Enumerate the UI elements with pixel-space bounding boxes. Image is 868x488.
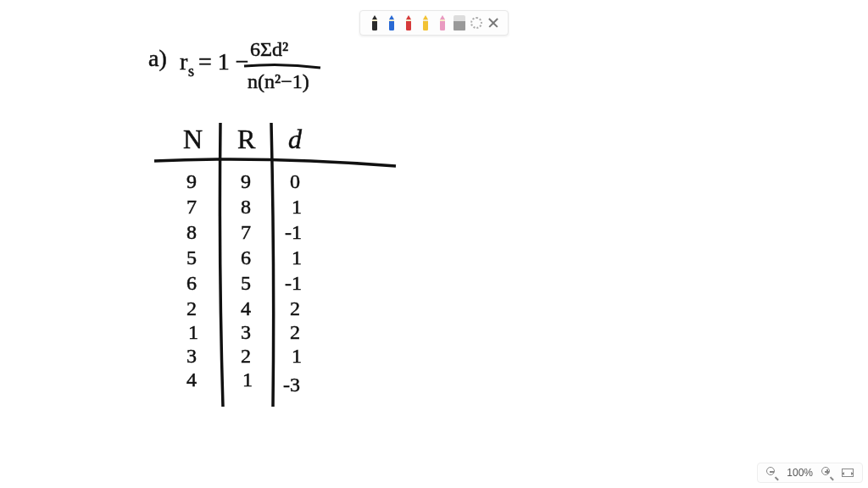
cell-N-8: 4 [186, 369, 197, 391]
formula-s-sub: s [188, 63, 194, 80]
cell-d-6: 2 [290, 321, 300, 343]
zoom-level: 100% [787, 467, 813, 479]
formula-r: r [180, 48, 188, 75]
table-horizontal-rule [154, 159, 396, 166]
handwriting-svg: a) r s = 1 − 6Σd² n(n²−1) N R d 9 9 0 7 … [0, 0, 868, 488]
cell-R-0: 9 [241, 170, 251, 192]
cell-d-0: 0 [290, 170, 300, 192]
cell-N-2: 8 [186, 221, 197, 243]
cell-R-4: 5 [241, 272, 251, 294]
table-vline-1 [220, 123, 223, 407]
formula-eq: = 1 − [198, 48, 249, 75]
zoom-out-button[interactable] [766, 467, 778, 479]
zoom-controls: 100% [757, 463, 863, 483]
cell-d-3: 1 [292, 247, 302, 269]
formula-numerator: 6Σd² [250, 38, 288, 60]
col-head-d: d [288, 124, 303, 154]
cell-R-2: 7 [241, 221, 251, 243]
cell-d-2: -1 [285, 221, 302, 243]
table-body: 9 9 0 7 8 1 8 7 -1 5 6 1 6 5 -1 2 4 2 1 … [186, 170, 302, 396]
cell-d-1: 1 [292, 196, 302, 218]
fraction-bar [244, 64, 320, 68]
cell-N-5: 2 [186, 297, 197, 319]
cell-N-6: 1 [188, 321, 198, 343]
cell-R-3: 6 [241, 247, 251, 269]
cell-d-7: 1 [292, 345, 302, 367]
table-vline-2 [271, 123, 274, 407]
cell-N-1: 7 [186, 196, 197, 218]
cell-N-7: 3 [186, 345, 197, 367]
cell-R-6: 3 [241, 321, 251, 343]
cell-N-0: 9 [186, 170, 197, 192]
cell-R-8: 1 [242, 369, 253, 391]
fit-screen-button[interactable] [842, 469, 854, 477]
col-head-R: R [237, 124, 256, 154]
cell-d-5: 2 [290, 297, 300, 319]
cell-d-4: -1 [285, 272, 302, 294]
whiteboard-canvas[interactable]: a) r s = 1 − 6Σd² n(n²−1) N R d 9 9 0 7 … [0, 0, 868, 488]
formula-denominator: n(n²−1) [248, 70, 309, 92]
col-head-N: N [183, 124, 203, 154]
cell-N-4: 6 [186, 272, 197, 294]
part-label: a) [148, 45, 167, 71]
zoom-in-button[interactable] [821, 467, 833, 479]
cell-R-5: 4 [241, 297, 251, 319]
cell-N-3: 5 [186, 247, 197, 269]
cell-R-7: 2 [241, 345, 251, 367]
cell-R-1: 8 [241, 196, 251, 218]
cell-d-8: -3 [283, 374, 300, 396]
